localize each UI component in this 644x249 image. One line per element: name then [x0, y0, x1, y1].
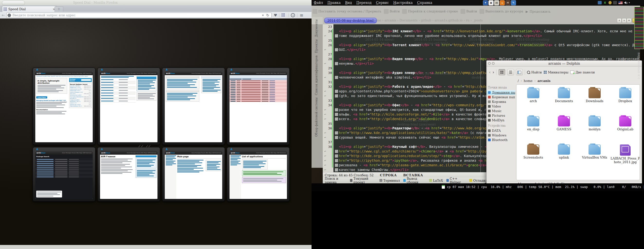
speed-dial-tile-arch-wiki-main[interactable]: archlinuxHome Packages Forums Wiki Bugs … [162, 147, 225, 202]
tab-speed-dial[interactable]: Speed Dial × [2, 6, 57, 12]
dock-app-icon-3[interactable]: ▤ [494, 0, 499, 5]
dolphin-file-view[interactable]: archDocumentsDownloadsDropboxen_dispGAME… [516, 84, 640, 180]
toolview-button[interactable]: C++ Helper [446, 177, 466, 184]
device-Bluetooth[interactable]: Bluetooth [486, 138, 515, 142]
dock-app-icon-5[interactable]: H [505, 0, 510, 5]
scroll-up-button[interactable]: ∧ [617, 18, 622, 23]
toolview-button[interactable]: Поиск и замена [325, 177, 346, 184]
url-bar[interactable]: Введите поисковый запрос или адрес ▾ ↻ [6, 13, 272, 18]
firefox-app-button[interactable] [2, 1, 25, 5]
split-button[interactable]: Две панели [570, 70, 594, 74]
device-Windows[interactable]: Windows [486, 133, 515, 138]
file-LAIBACH_Press_Photo_2011.jpg[interactable]: LAIBACH_Press_Photo_2011.jpg [610, 144, 640, 164]
dock-app-icon-1[interactable]: ✦ [483, 0, 488, 5]
menu-item-Файл[interactable]: Файл [314, 1, 323, 4]
volume-icon[interactable]: )) [624, 1, 628, 4]
find-button[interactable]: Найти [527, 70, 542, 74]
sidebar-tab-Проекты[interactable]: Проекты [315, 39, 320, 53]
speed-dial-tile-arch-packages-dark[interactable]: archlinuxHome Packages Forums Wiki Bugs … [32, 147, 96, 202]
toolview-button[interactable]: Вывод сборки [403, 177, 426, 184]
file-uplink[interactable]: uplink [549, 144, 579, 159]
display-icon[interactable] [598, 1, 602, 4]
im-status-icon[interactable] [608, 1, 612, 4]
file-moldyn[interactable]: moldyn [580, 116, 610, 131]
xorg-icon[interactable]: X [603, 1, 607, 4]
tab-list-button[interactable]: ≡ [627, 18, 631, 23]
wrap-mode[interactable]: СТРОКА [380, 173, 397, 177]
place-Домашняя папка[interactable]: Домашняя папка [486, 90, 515, 95]
place-Корневая папка[interactable]: Корневая папка [486, 95, 515, 99]
speed-dial-tile-arch-bugs[interactable]: archlinuxHome Packages Forums Wiki Bugs … [227, 68, 290, 145]
forward-icon[interactable]: › [492, 70, 494, 75]
back-button[interactable]: ← [0, 13, 6, 17]
dolphin-breadcrumb[interactable]: /›home›arcanis [486, 78, 642, 84]
window-button[interactable] [488, 62, 491, 65]
toolview-button[interactable]: Текущий проект [350, 177, 376, 184]
sidebar-tab-Обзор файловой системы[interactable]: Обзор файловой системы [315, 97, 320, 137]
place-MolDyn[interactable]: MolDyn [486, 118, 515, 123]
speed-dial-tile-arch-dev-dashboard[interactable]: archlinuxHome Packages Forums Wiki Bugs … [97, 68, 160, 145]
toolview-button[interactable]: LaTeX [429, 179, 443, 182]
toolview-button[interactable]: Терминал [380, 179, 400, 182]
menu-item-Справка[interactable]: Справка [417, 1, 432, 4]
new-tab-button[interactable]: + [54, 6, 63, 12]
speed-dial-tile-arch-wiki-apps[interactable]: archlinuxHome Packages Forums Wiki Bugs … [227, 147, 290, 202]
tray-expand-icon[interactable]: ▾ [629, 1, 630, 4]
file-Documents[interactable]: Documents [549, 88, 579, 103]
file-arch[interactable]: arch [518, 88, 548, 103]
debug-action-3[interactable]: Перейти к следующей строке [402, 9, 458, 14]
breadcrumb-home[interactable]: home [524, 79, 532, 83]
dock-app-icon-6[interactable]: ✎ [511, 0, 516, 5]
place-Корзина[interactable]: Корзина [486, 99, 515, 104]
insert-mode[interactable]: ВСТАВКА [403, 173, 423, 177]
bookmark-heart-icon[interactable]: ♥ [274, 13, 277, 17]
tray-app-icon[interactable] [613, 1, 617, 4]
debug-action-2[interactable]: Войти [384, 9, 400, 14]
debug-action-1[interactable]: Поставить точку останова / Прервать [312, 9, 382, 14]
place-Music[interactable]: Music [486, 109, 515, 113]
menu-item-Правка[interactable]: Правка [327, 1, 341, 4]
menu-item-Настройка[interactable]: Настройка [393, 1, 413, 4]
device-DATA[interactable]: DATA [486, 128, 515, 133]
breadcrumb[interactable]: home › arcanis › Documents › github › ar… [372, 18, 483, 22]
file-en_disp[interactable]: en_disp [518, 116, 548, 131]
details-view-button[interactable] [507, 69, 514, 75]
breadcrumb-arcanis[interactable]: arcanis [538, 79, 550, 83]
thumbnails-button[interactable]: Миниатюры [544, 70, 568, 74]
file-Downloads[interactable]: Downloads [580, 88, 610, 103]
dock-app-icon-2[interactable]: ◆ [488, 0, 494, 5]
speed-dial-tile-arch-home[interactable]: archlinuxHome Packages Forums Wiki Bugs … [32, 68, 96, 145]
speed-dial-tile-aur-home[interactable]: archlinuxHome Packages Forums Wiki Bugs … [97, 147, 160, 202]
dock-app-icon-4[interactable]: u [500, 0, 505, 5]
back-icon[interactable]: ‹ [489, 70, 491, 75]
menu-hamburger-icon[interactable]: ≡ [300, 13, 303, 18]
terminal-thumbnail[interactable] [634, 7, 644, 49]
downloads-icon[interactable]: ↓ [291, 13, 295, 17]
sidebar-tab-Список идентификаторов[interactable]: Список идентификаторов [315, 55, 320, 95]
window-button[interactable] [492, 62, 494, 65]
file-GAMESS[interactable]: GAMESS [549, 116, 579, 131]
menu-item-Переход[interactable]: Переход [356, 1, 372, 4]
debug-action-5[interactable]: Выполнить до курсора [480, 9, 523, 14]
url-dropdown-icon[interactable]: ▾ [262, 13, 264, 17]
place-Pictures[interactable]: Pictures [486, 113, 515, 118]
menu-item-Вид[interactable]: Вид [345, 1, 352, 4]
scroll-down-button[interactable]: ∨ [622, 18, 626, 23]
menu-item-Сервис[interactable]: Сервис [376, 1, 389, 4]
file-Screenshots[interactable]: Screenshots [518, 144, 548, 159]
breadcrumb-/[interactable]: / [518, 79, 519, 83]
file-OriginLab[interactable]: OriginLab [610, 116, 640, 131]
document-tab[interactable]: 2014-05-08-my-desktop.html [324, 18, 377, 23]
keyboard-layout-flag-icon[interactable] [618, 1, 622, 4]
debug-action-6[interactable]: ▶Продолжить [526, 10, 550, 13]
icons-view-button[interactable] [498, 69, 505, 75]
toolview-button[interactable]: Отладка [469, 179, 487, 182]
place-Video[interactable]: Video [486, 104, 515, 109]
speed-dial-button[interactable] [282, 13, 286, 17]
debug-action-4[interactable]: Выйти [460, 9, 477, 14]
file-VirtualBox VMs[interactable]: VirtualBox VMs [580, 144, 610, 159]
dolphin-titlebar[interactable]: arcanis — Dolphin [486, 60, 642, 67]
columns-view-button[interactable] [516, 69, 523, 75]
speed-dial-tile-arch-wiki-tables[interactable]: archlinuxHome Packages Forums Wiki Bugs … [162, 68, 225, 145]
reload-icon[interactable]: ↻ [266, 13, 269, 17]
